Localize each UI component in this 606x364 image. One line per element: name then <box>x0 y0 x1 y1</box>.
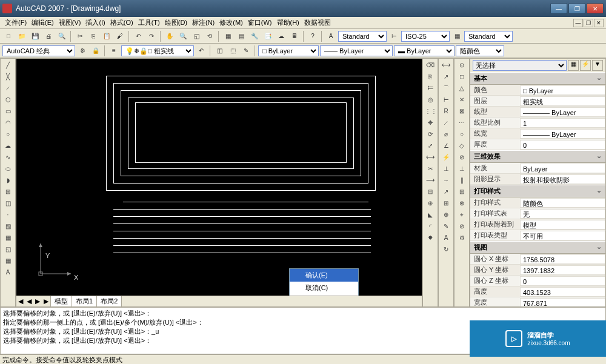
dim-angular-icon[interactable]: ∠ <box>440 141 452 151</box>
prop-section-header[interactable]: 打印样式⌄ <box>470 185 605 197</box>
menu-view[interactable]: 视图(V) <box>56 17 84 28</box>
snap-parallel-icon[interactable]: ∥ <box>456 175 468 186</box>
paste-icon[interactable]: 📋 <box>101 30 113 42</box>
snap-node-icon[interactable]: ⊗ <box>456 198 468 209</box>
prop-value[interactable]: ByLayer <box>520 164 605 173</box>
prop-value[interactable]: □ ByLayer <box>520 85 605 95</box>
tblstyle-icon[interactable]: ▦ <box>451 30 463 42</box>
text-style-combo[interactable]: Standard <box>338 31 387 42</box>
dim-aligned-icon[interactable]: ↗ <box>440 71 452 82</box>
snap-insert-icon[interactable]: ⊞ <box>456 187 468 197</box>
ellipse-arc-icon[interactable]: ◗ <box>2 175 14 186</box>
erase-icon[interactable]: ⌫ <box>424 60 436 71</box>
point-icon[interactable]: · <box>2 210 14 220</box>
prop-value[interactable]: 1397.1832 <box>520 265 605 275</box>
toggle-icon[interactable]: ▼ <box>592 60 603 71</box>
layer-manager-icon[interactable]: ≡ <box>108 45 120 57</box>
prop-section-header[interactable]: 视图⌄ <box>470 241 605 254</box>
dim-linear-icon[interactable]: ⟷ <box>440 60 452 71</box>
dim-style-combo[interactable]: ISO-25 <box>401 31 450 42</box>
dim-leader-icon[interactable]: ↗ <box>440 187 452 197</box>
prop-section-header[interactable]: 基本⌄ <box>470 72 605 85</box>
dim-radius-icon[interactable]: R <box>440 106 452 117</box>
redo-icon[interactable]: ↷ <box>145 30 158 42</box>
prop-value[interactable]: 模型 <box>520 220 605 230</box>
dim-jogged-icon[interactable]: ⟋ <box>440 117 452 128</box>
prop-icon[interactable]: ▦ <box>222 30 234 42</box>
workspace-combo[interactable]: AutoCAD 经典 <box>2 45 75 56</box>
ctx-confirm[interactable]: 确认(E) <box>290 269 358 282</box>
cut-icon[interactable]: ✂ <box>74 30 86 42</box>
calc-icon[interactable]: 🖩 <box>288 30 301 42</box>
prop-row[interactable]: 宽度767.871 <box>470 297 605 307</box>
spline-icon[interactable]: ∿ <box>2 152 14 163</box>
rectangle-icon[interactable]: ▭ <box>2 106 14 117</box>
explode-icon[interactable]: ✸ <box>424 233 436 243</box>
array-icon[interactable]: ⋮⋮ <box>424 106 436 117</box>
menu-file[interactable]: 文件(F) <box>2 17 29 28</box>
tstyle-icon[interactable]: A <box>325 30 337 42</box>
prop-value[interactable]: 不可用 <box>520 231 605 240</box>
prop-value[interactable]: 随颜色 <box>520 198 605 208</box>
line-icon[interactable]: ╱ <box>2 60 14 71</box>
prop-row[interactable]: 打印样式表无 <box>470 208 605 219</box>
prop-value[interactable]: 0 <box>520 276 605 286</box>
rotate-icon[interactable]: ⟳ <box>424 129 436 140</box>
mylock-icon[interactable]: 🔒 <box>90 45 102 57</box>
match-icon[interactable]: 🖌 <box>114 30 126 42</box>
ws-settings-icon[interactable]: ⚙ <box>76 45 88 57</box>
prop-value[interactable]: 无 <box>520 209 605 219</box>
prop-row[interactable]: 打印表类型不可用 <box>470 230 605 241</box>
scale-icon[interactable]: ⤢ <box>424 141 436 151</box>
ssm-icon[interactable]: 📑 <box>262 30 274 42</box>
snap-none-icon[interactable]: ⊘ <box>456 221 468 232</box>
ltype-combo[interactable]: —— ByLayer <box>320 45 393 56</box>
tab-layout2[interactable]: 布局2 <box>96 296 122 307</box>
dim-ordinate-icon[interactable]: ⊢ <box>440 94 452 105</box>
close-button[interactable]: ✕ <box>587 3 604 14</box>
snap-center-icon[interactable]: ○ <box>456 129 468 140</box>
new-icon[interactable]: □ <box>2 30 15 42</box>
prop-value[interactable]: 1756.5078 <box>520 254 605 264</box>
dim-arc-icon[interactable]: ⌒ <box>440 83 452 94</box>
block-icon[interactable]: ◫ <box>213 45 225 57</box>
ellipse-icon[interactable]: ⬭ <box>2 164 14 174</box>
snap-settings-icon[interactable]: ⚙ <box>456 233 468 243</box>
snap-perpend-icon[interactable]: ⊥ <box>456 164 468 174</box>
table-style-combo[interactable]: Standard <box>464 31 513 42</box>
move-icon[interactable]: ✥ <box>424 117 436 128</box>
polygon-icon[interactable]: ⬡ <box>2 94 14 105</box>
revcloud-icon[interactable]: ☁ <box>2 141 14 151</box>
snap-nearest-icon[interactable]: ⌖ <box>456 210 468 220</box>
dim-tedit-icon[interactable]: A <box>440 233 452 243</box>
dim-update-icon[interactable]: ↻ <box>440 244 452 255</box>
tab-first[interactable]: ◀ <box>16 297 25 305</box>
gradient-icon[interactable]: ▦ <box>2 233 14 243</box>
prop-row[interactable]: 高度403.1523 <box>470 286 605 297</box>
mdi-restore[interactable]: ❐ <box>584 19 593 27</box>
prop-row[interactable]: 线宽———— ByLayer <box>470 128 605 139</box>
open-icon[interactable]: 📁 <box>16 30 28 42</box>
dim-quick-icon[interactable]: ⚡ <box>440 152 452 163</box>
markup-icon[interactable]: ☁ <box>275 30 287 42</box>
minimize-button[interactable]: — <box>550 3 567 14</box>
undo-icon[interactable]: ↶ <box>132 30 144 42</box>
menu-window[interactable]: 窗口(W) <box>245 17 275 28</box>
dim-continue-icon[interactable]: → <box>440 175 452 186</box>
dim-edit-icon[interactable]: ✎ <box>440 221 452 232</box>
menu-help[interactable]: 帮助(H) <box>275 17 302 28</box>
menu-insert[interactable]: 插入(I) <box>83 17 107 28</box>
qselect-icon[interactable]: ⚡ <box>580 60 591 71</box>
prop-section-header[interactable]: 三维效果⌄ <box>470 150 605 163</box>
layer-combo[interactable]: 💡❄🔒□ 粗实线 <box>121 45 194 56</box>
prop-value[interactable]: ———— ByLayer <box>520 107 605 117</box>
preview-icon[interactable]: 🔍 <box>56 30 68 42</box>
menu-format[interactable]: 格式(O) <box>108 17 136 28</box>
tab-last[interactable]: ▶ <box>42 297 50 305</box>
mirror-icon[interactable]: ⮄ <box>424 83 436 94</box>
snap-from-icon[interactable]: ⊙ <box>456 60 468 71</box>
region-icon[interactable]: ◱ <box>2 244 14 255</box>
stretch-icon[interactable]: ⟷ <box>424 152 436 163</box>
menu-tools[interactable]: 工具(T) <box>136 17 162 28</box>
snap-extension-icon[interactable]: ⋯ <box>456 117 468 128</box>
